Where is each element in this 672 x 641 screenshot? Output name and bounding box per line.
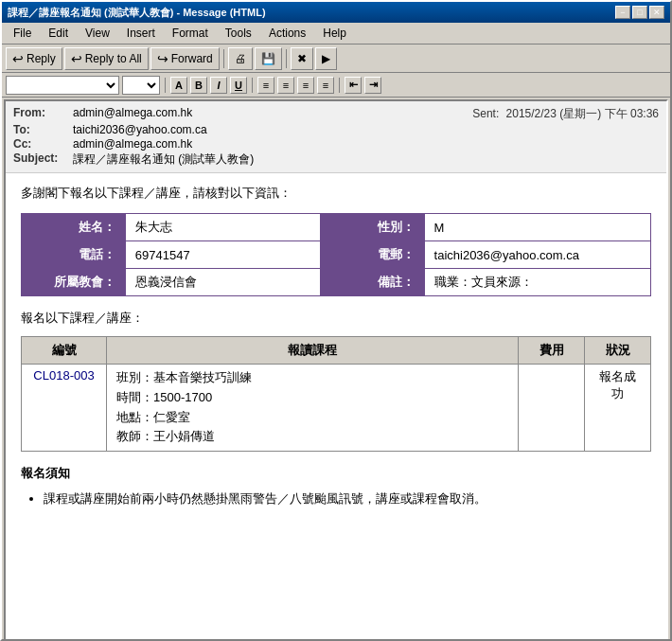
- indent-decrease-button[interactable]: ⇤: [345, 77, 362, 94]
- col-status: 狀況: [585, 337, 651, 365]
- reply-label: Reply: [27, 52, 56, 65]
- course-table: 編號 報讀課程 費用 狀況 CL018-003 班別：基本音樂技巧訓練 時間：1…: [21, 336, 651, 452]
- format-bar: A B I U ≡ ≡ ≡ ≡ ⇤ ⇥: [2, 73, 670, 98]
- menu-view[interactable]: View: [78, 25, 117, 42]
- name-label: 姓名：: [22, 214, 126, 241]
- menu-format[interactable]: Format: [165, 25, 216, 42]
- format-separator-2: [252, 78, 253, 93]
- col-course: 報讀課程: [107, 337, 519, 365]
- window-title: 課程／講座報名通知 (測試華人教會) - Message (HTML): [8, 6, 266, 20]
- close-button[interactable]: ✕: [649, 6, 664, 19]
- intro-text: 多謝閣下報名以下課程／講座，請核對以下資訊：: [21, 185, 651, 202]
- gender-value: M: [424, 214, 650, 241]
- reply-to-all-button[interactable]: ↩ Reply to All: [64, 47, 149, 70]
- maximize-button[interactable]: □: [632, 6, 647, 19]
- course-id-1: CL018-003: [22, 365, 107, 452]
- note-label: 備註：: [320, 269, 424, 296]
- bold-b-button[interactable]: B: [190, 77, 207, 94]
- info-row-name: 姓名： 朱大志 性別： M: [22, 214, 651, 241]
- email-value: taichi2036@yahoo.com.ca: [424, 241, 650, 269]
- save-icon: 💾: [261, 52, 275, 65]
- delete-button[interactable]: ✖: [291, 47, 313, 70]
- print-button[interactable]: 🖨: [228, 47, 253, 70]
- notice-list: 課程或講座開始前兩小時仍然懸掛黑雨警告／八號颱風訊號，講座或課程會取消。: [44, 490, 651, 508]
- reply-button[interactable]: ↩ Reply: [6, 47, 62, 70]
- section2-label: 報名以下課程／講座：: [21, 310, 651, 327]
- toolbar-separator-1: [223, 49, 224, 68]
- sent-area: Sent: 2015/2/23 (星期一) 下午 03:36: [472, 106, 659, 122]
- sent-value: 2015/2/23 (星期一) 下午 03:36: [506, 107, 659, 120]
- align-left-button[interactable]: ≡: [257, 77, 274, 94]
- minimize-button[interactable]: −: [615, 6, 630, 19]
- align-right-button[interactable]: ≡: [297, 77, 314, 94]
- italic-button[interactable]: I: [210, 77, 227, 94]
- menu-edit[interactable]: Edit: [41, 25, 76, 42]
- name-value: 朱大志: [125, 214, 320, 241]
- format-separator-3: [339, 78, 340, 93]
- menu-file[interactable]: File: [6, 25, 39, 42]
- reply-all-icon: ↩: [71, 51, 82, 66]
- from-label: From:: [13, 106, 65, 122]
- to-row: To: taichi2036@yahoo.com.ca: [13, 123, 659, 136]
- from-value: admin@almega.com.hk: [73, 106, 192, 122]
- phone-label: 電話：: [22, 241, 126, 269]
- subject-label: Subject:: [13, 151, 65, 168]
- move-icon: ▶: [322, 52, 330, 65]
- course-status-1: 報名成功: [585, 365, 651, 452]
- reply-to-all-label: Reply to All: [85, 52, 142, 65]
- menu-bar: File Edit View Insert Format Tools Actio…: [2, 23, 670, 45]
- menu-actions[interactable]: Actions: [261, 25, 313, 42]
- email-body[interactable]: 多謝閣下報名以下課程／講座，請核對以下資訊： 姓名： 朱大志 性別： M 電話：…: [6, 173, 666, 641]
- menu-help[interactable]: Help: [315, 25, 354, 42]
- cc-label: Cc:: [13, 137, 65, 151]
- cc-row: Cc: admin@almega.com.hk: [13, 137, 659, 151]
- notice-item-1: 課程或講座開始前兩小時仍然懸掛黑雨警告／八號颱風訊號，講座或課程會取消。: [44, 490, 651, 508]
- subject-value: 課程／講座報名通知 (測試華人教會): [73, 151, 254, 168]
- cc-value: admin@almega.com.hk: [73, 137, 192, 151]
- forward-button[interactable]: ↪ Forward: [150, 47, 220, 70]
- info-row-phone: 電話： 69741547 電郵： taichi2036@yahoo.com.ca: [22, 241, 651, 269]
- align-center-button[interactable]: ≡: [277, 77, 294, 94]
- save-button[interactable]: 💾: [255, 47, 282, 70]
- church-label: 所屬教會：: [22, 269, 126, 296]
- delete-icon: ✖: [297, 52, 307, 65]
- note-value: 職業：文員來源：: [424, 269, 650, 296]
- sent-label: Sent:: [472, 107, 499, 120]
- email-header: From: admin@almega.com.hk Sent: 2015/2/2…: [6, 101, 666, 173]
- notice-title: 報名須知: [21, 465, 651, 482]
- course-header-row: 編號 報讀課程 費用 狀況: [22, 337, 651, 365]
- course-table-body: CL018-003 班別：基本音樂技巧訓練 時間：1500-1700 地點：仁愛…: [22, 365, 651, 452]
- course-row-1: CL018-003 班別：基本音樂技巧訓練 時間：1500-1700 地點：仁愛…: [22, 365, 651, 452]
- email-label: 電郵：: [320, 241, 424, 269]
- to-label: To:: [13, 123, 65, 136]
- indent-increase-button[interactable]: ⇥: [364, 77, 381, 94]
- church-value: 恩義浸信會: [125, 269, 320, 296]
- phone-value: 69741547: [125, 241, 320, 269]
- forward-icon: ↪: [157, 51, 168, 66]
- from-row: From: admin@almega.com.hk Sent: 2015/2/2…: [13, 106, 659, 122]
- main-window: 課程／講座報名通知 (測試華人教會) - Message (HTML) − □ …: [0, 0, 672, 641]
- forward-label: Forward: [171, 52, 213, 65]
- print-icon: 🖨: [235, 52, 246, 65]
- course-table-head: 編號 報讀課程 費用 狀況: [22, 337, 651, 365]
- menu-tools[interactable]: Tools: [218, 25, 259, 42]
- person-info-table: 姓名： 朱大志 性別： M 電話： 69741547 電郵： taichi203…: [21, 213, 651, 296]
- move-button[interactable]: ▶: [315, 47, 337, 70]
- col-fee: 費用: [519, 337, 585, 365]
- reply-icon: ↩: [12, 51, 24, 66]
- font-size-select[interactable]: [122, 76, 160, 95]
- font-family-select[interactable]: [6, 76, 119, 95]
- menu-insert[interactable]: Insert: [119, 25, 163, 42]
- align-justify-button[interactable]: ≡: [317, 77, 334, 94]
- gender-label: 性別：: [320, 214, 424, 241]
- title-bar: 課程／講座報名通知 (測試華人教會) - Message (HTML) − □ …: [2, 2, 670, 23]
- bold-button[interactable]: A: [170, 77, 187, 94]
- course-detail-1: 班別：基本音樂技巧訓練 時間：1500-1700 地點：仁愛室 教師：王小娟傳道: [107, 365, 519, 452]
- toolbar-separator-2: [286, 49, 287, 68]
- course-fee-1: [519, 365, 585, 452]
- col-id: 編號: [22, 337, 107, 365]
- to-value: taichi2036@yahoo.com.ca: [73, 123, 207, 136]
- email-wrapper: From: admin@almega.com.hk Sent: 2015/2/2…: [4, 99, 668, 641]
- underline-button[interactable]: U: [230, 77, 247, 94]
- format-separator-1: [165, 78, 166, 93]
